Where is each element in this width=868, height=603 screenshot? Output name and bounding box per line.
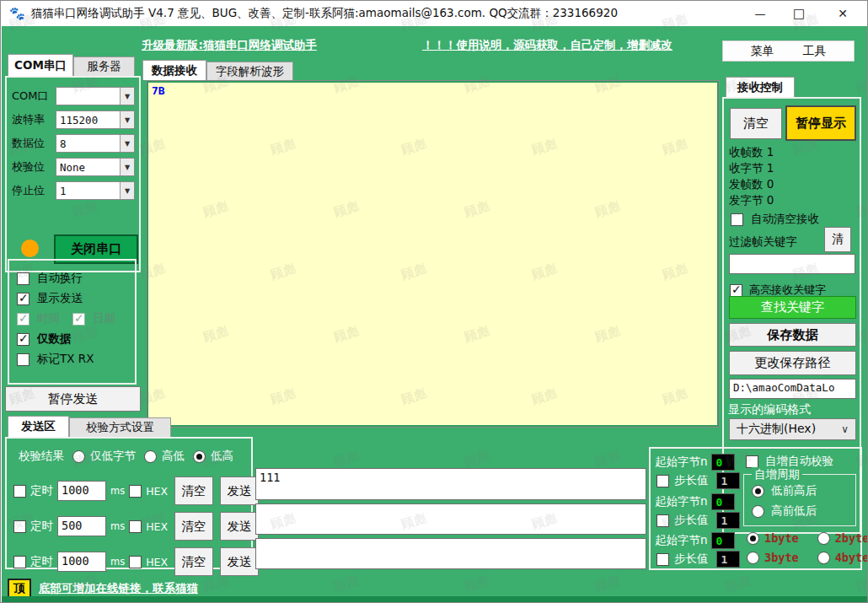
order-low-high-radio[interactable] [752, 485, 764, 498]
save-data-button[interactable]: 保存数据 [729, 323, 856, 347]
timer-checkbox-2[interactable] [13, 520, 26, 533]
checksum-highlow-label: 高低 [162, 449, 185, 464]
stop-bits-select[interactable]: 1 ▼ [56, 181, 135, 200]
order-high-low-radio[interactable] [752, 505, 764, 518]
checksum-result-row: 校验结果 仅低字节 高低 低高 [19, 446, 233, 466]
filter-keyword-input[interactable] [729, 254, 855, 274]
date-checkbox[interactable] [72, 313, 85, 326]
tx-bytes-stat: 发字节 0 [729, 193, 774, 208]
hex-label-1: HEX [146, 485, 168, 498]
highlight-keyword-checkbox[interactable] [730, 284, 742, 297]
checksum-lowhigh-radio[interactable] [193, 450, 206, 463]
chevron-down-icon[interactable]: ▼ [120, 111, 134, 128]
data-bits-select[interactable]: 8 ▼ [56, 134, 135, 153]
chevron-down-icon[interactable]: ▼ [120, 159, 134, 175]
step-value-1[interactable]: 1 [716, 472, 740, 489]
show-send-label: 显示发送 [37, 291, 83, 306]
parity-row: 校验位 None ▼ [12, 157, 135, 177]
chevron-down-icon[interactable]: ▼ [120, 135, 134, 152]
start-byte-row: 起始字节n 0 [655, 531, 735, 550]
tools-button[interactable]: 工具 [803, 44, 827, 59]
menu-bar: 菜单 工具 [722, 40, 855, 62]
start-byte-value-3[interactable]: 0 [711, 532, 735, 549]
step-value-row: 步长值 1 [656, 550, 740, 568]
hex-checkbox-1[interactable] [129, 485, 142, 498]
save-path-field[interactable]: D:\amaoComDataLo [729, 379, 856, 399]
rx-bytes-stat: 收字节 1 [729, 161, 774, 176]
usage-link[interactable]: ！！！使用说明，源码获取，自己定制，增删减改 [422, 38, 672, 53]
pause-display-button[interactable]: 暂停显示 [785, 105, 856, 141]
chevron-down-icon[interactable]: ▼ [120, 88, 134, 105]
pause-send-button[interactable]: 暂停发送 [5, 386, 141, 412]
order-low-high-row: 低前高后 [752, 482, 817, 499]
mark-txrx-checkbox[interactable] [17, 353, 29, 366]
time-date-row: 时间 日期 [17, 309, 115, 329]
data-bits-label: 数据位 [12, 136, 56, 151]
show-send-checkbox[interactable] [17, 293, 29, 305]
step-value-row: 步长值 1 [656, 471, 740, 490]
data-only-checkbox[interactable] [17, 333, 29, 346]
checksum-highlow-radio[interactable] [144, 450, 157, 463]
clear-receive-button[interactable]: 清空 [730, 108, 782, 139]
step-checkbox-1[interactable] [656, 475, 669, 487]
encoding-format-select[interactable]: 十六进制(Hex) ∨ [729, 418, 856, 440]
byte-3-radio[interactable] [747, 552, 759, 564]
menu-button[interactable]: 菜单 [751, 44, 774, 59]
timer-checkbox-3[interactable] [13, 556, 26, 568]
start-byte-value-1[interactable]: 0 [711, 454, 735, 471]
byte-2-radio[interactable] [817, 532, 830, 545]
tab-server[interactable]: 服务器 [73, 57, 135, 76]
auto-wrap-checkbox[interactable] [17, 272, 29, 285]
clear-send-button-2[interactable]: 清空 [174, 512, 213, 541]
step-checkbox-3[interactable] [656, 553, 669, 566]
clear-send-button-1[interactable]: 清空 [174, 476, 213, 505]
timer-interval-input-3[interactable]: 1000 [57, 552, 106, 572]
maximize-button[interactable]: □ [780, 1, 818, 26]
baud-rate-select[interactable]: 115200 ▼ [56, 110, 135, 129]
tab-receive-control[interactable]: 接收控制 [726, 77, 795, 97]
byte-4-radio[interactable] [817, 552, 830, 564]
com-port-row: COM口 ▼ [12, 86, 135, 106]
filter-clear-button[interactable]: 清 [824, 227, 851, 252]
timer-interval-input-2[interactable]: 500 [57, 516, 106, 536]
time-checkbox[interactable] [17, 313, 29, 326]
tab-checksum-settings[interactable]: 校验方式设置 [69, 417, 171, 437]
send-button-1[interactable]: 发送 [220, 476, 259, 505]
footer-contact-link[interactable]: 底部可增加在线链接，联系猫猫 [39, 581, 198, 596]
start-byte-value-2[interactable]: 0 [711, 493, 735, 510]
find-keyword-button[interactable]: 查找关键字 [729, 296, 856, 319]
chevron-down-icon[interactable]: ▼ [120, 182, 134, 199]
minimize-button[interactable]: — [741, 1, 780, 26]
com-port-select[interactable]: ▼ [56, 87, 135, 105]
send-panel: 校验结果 仅低字节 高低 低高 定时 1000 ms HEX 清空 发送 [5, 437, 253, 569]
tab-field-wave[interactable]: 字段解析波形 [206, 62, 293, 80]
auto-increment-checkbox[interactable] [746, 455, 758, 468]
step-value-3[interactable]: 1 [716, 551, 740, 568]
tab-data-receive[interactable]: 数据接收 [142, 60, 206, 80]
send-text-input-2[interactable] [255, 503, 646, 535]
send-text-input-3[interactable] [255, 538, 646, 569]
auto-clear-checkbox[interactable] [731, 213, 743, 226]
timer-interval-input-1[interactable]: 1000 [57, 481, 106, 501]
hex-checkbox-3[interactable] [129, 556, 142, 568]
change-save-path-button[interactable]: 更改保存路径 [729, 351, 856, 375]
receive-display-area[interactable]: 7B [146, 80, 720, 428]
byte-width-row-2: 3byte 4byte [747, 549, 868, 566]
parity-select[interactable]: None ▼ [56, 158, 135, 176]
tab-com-serial[interactable]: COM串口 [8, 54, 73, 76]
upgrade-link[interactable]: 升级最新版:猫猫串口网络调试助手 [142, 38, 317, 53]
tab-send-area[interactable]: 发送区 [8, 416, 69, 437]
clear-send-button-3[interactable]: 清空 [174, 547, 213, 576]
send-button-2[interactable]: 发送 [220, 512, 259, 541]
step-checkbox-2[interactable] [656, 514, 669, 527]
hex-checkbox-2[interactable] [129, 520, 142, 533]
ms-label-1: ms [110, 485, 125, 497]
step-value-2[interactable]: 1 [716, 512, 740, 529]
checksum-lowbyte-radio[interactable] [72, 450, 85, 463]
timer-checkbox-1[interactable] [13, 485, 26, 498]
byte-1-radio[interactable] [747, 532, 759, 545]
close-button[interactable]: ✕ [818, 1, 867, 26]
stop-bits-label: 停止位 [12, 183, 56, 198]
send-text-input-1[interactable]: 111 [255, 468, 646, 500]
send-button-3[interactable]: 发送 [220, 547, 259, 576]
